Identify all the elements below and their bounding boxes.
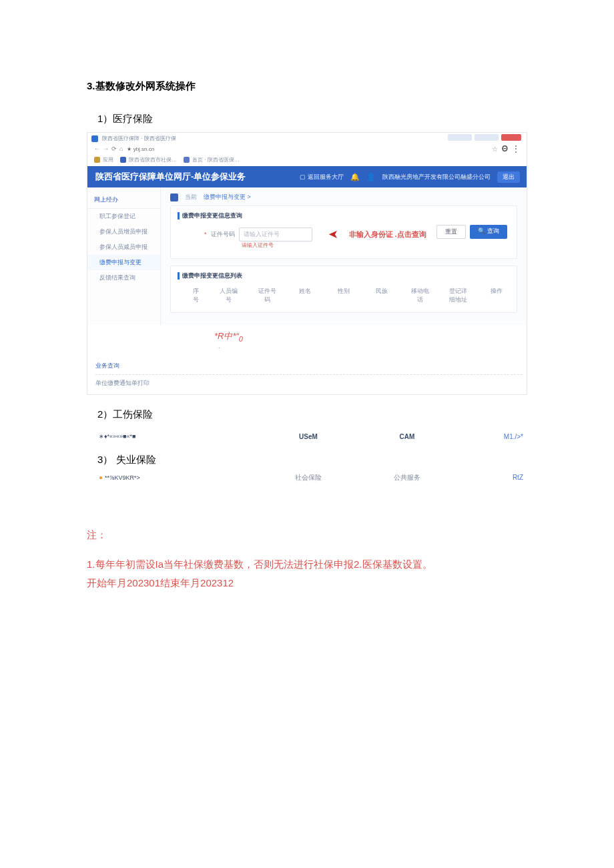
forward-icon[interactable]: → [103, 145, 109, 152]
col-header: 姓名 [296, 287, 314, 304]
bookmarks-bar: 应用 陕西省陕西市社保… 首页 · 陕西省医保… [87, 155, 527, 166]
back-hall-label: 返回服务大厅 [308, 173, 344, 180]
table-header: 序号 人员编号 证件号码 姓名 性别 民族 移动电话 登记详细地址 操作 [178, 284, 510, 308]
list-card: 缴费申报变更信息列表 序号 人员编号 证件号码 姓名 性别 民族 移动电话 登记… [170, 266, 517, 313]
subsection-1-title: 1）医疗保险 [97, 113, 527, 125]
reload-icon[interactable]: ⟳ [111, 145, 117, 152]
logo-label: **⅞KV9KR*> [105, 474, 140, 481]
bookmark-label: 陕西省陕西市社保… [129, 156, 177, 163]
nav-right: ☆ Θ ⋮ [492, 144, 520, 153]
sidebar-item[interactable]: 参保人员增员申报 [87, 224, 160, 240]
col-header: 证件号码 [258, 287, 276, 304]
nav-arrows[interactable]: ← → ⟳ ⌂ [94, 145, 123, 152]
company-name: 陕西融光房地产开发有限公司融盛分公司 [382, 173, 491, 181]
card-title: 缴费申报变更信息列表 [178, 272, 510, 284]
payment-notice-link[interactable]: 单位缴费通知单打印 [91, 376, 527, 390]
annotation-sub: 0 [239, 335, 243, 343]
annotation-main: *R中*“ [214, 331, 239, 341]
screenshot-injury: ∗♦*«»«»■«*■ USeM CAM M1./>* [87, 428, 527, 447]
nav-tab[interactable]: CAM [358, 433, 456, 440]
portal-title: 陕西省医疗保障单位网厅-单位参保业务 [95, 171, 246, 183]
breadcrumb-root: 当前 [185, 193, 197, 201]
query-button-label: 查询 [487, 228, 499, 234]
user-icon: 👤 [366, 173, 376, 181]
menu-icon[interactable]: ⋮ [512, 144, 520, 153]
bookmark-item[interactable]: 陕西省陕西市社保… [120, 156, 177, 163]
col-header: 操作 [488, 287, 506, 304]
window-controls [448, 134, 521, 141]
sidebar-item[interactable]: 职工参保登记 [87, 209, 160, 224]
button-row: 重置 🔍 查询 [436, 225, 507, 239]
nav-row: ●**⅞KV9KR*> 社会保险 公共服务 RtZ [87, 473, 527, 489]
sidebar-item-wrap: 缴费申报与变更 ➤ [87, 255, 160, 270]
breadcrumb-page[interactable]: 缴费申报与变更 > [204, 193, 251, 201]
breadcrumb-home-icon[interactable] [170, 193, 178, 201]
reset-button[interactable]: 重置 [436, 225, 466, 239]
field-error: 请输入证件号 [178, 242, 510, 249]
business-query-link[interactable]: 业务查询 [91, 359, 527, 373]
id-input[interactable]: 请输入证件号 [239, 228, 312, 242]
portal-header: 陕西省医疗保障单位网厅-单位参保业务 ▢ 返回服务大厅 🔔 👤 陕西融光房地产开… [87, 166, 527, 187]
col-header: 人员编号 [220, 287, 238, 304]
required-star-icon: * [204, 231, 207, 238]
hint-annotation: 非输入身份证 .点击查询 [349, 230, 426, 240]
breadcrumb: 当前 缴费申报与变更 > [170, 193, 517, 205]
content-area: 当前 缴费申报与变更 > 缴费申报变更信息查询 * 证件号码 请输入证件号 ➤ … [161, 187, 527, 325]
col-header: 性别 [334, 287, 352, 304]
subsection-3-title: 3） 失业保险 [97, 454, 527, 466]
section-title: 3.基数修改外网系统操作 [87, 80, 527, 93]
divider [95, 374, 523, 375]
logout-button[interactable]: 退出 [497, 171, 520, 183]
arrow-annotation-icon: ➤ [328, 227, 338, 242]
bookmark-label: 应用 [103, 156, 113, 163]
col-header: 民族 [372, 287, 390, 304]
sidebar-item[interactable]: 参保人员减员申报 [87, 240, 160, 255]
tab-favicon-icon [91, 135, 98, 142]
sidebar: 网上经办 职工参保登记 参保人员增员申报 参保人员减员申报 缴费申报与变更 ➤ … [87, 187, 161, 325]
address-bar[interactable]: ★ ybj.sn.cn [127, 146, 154, 152]
query-button[interactable]: 🔍 查询 [470, 225, 507, 239]
tab-title: 陕西省医疗保障 · 陕西省医疗保 [102, 135, 176, 142]
col-header: 序号 [192, 287, 200, 304]
subsection-2-title: 2）工伤保险 [97, 408, 527, 421]
col-header: 移动电话 [411, 287, 429, 304]
notes-title: 注： [87, 529, 527, 542]
col-header: 登记详细地址 [449, 287, 467, 304]
notes-body: 1.每年年初需设Ia当年社保缴费基数，否则无法进行社保申报2.医保基数设置。开始… [87, 555, 434, 593]
bookmark-icon [94, 157, 100, 163]
card-bar-icon [178, 212, 180, 220]
bookmark-star-icon[interactable]: ☆ [492, 145, 498, 153]
screenshot-medical: 陕西省医疗保障 · 陕西省医疗保 ← → ⟳ ⌂ ★ ybj.sn.cn ☆ Θ… [87, 132, 527, 395]
back-icon[interactable]: ← [94, 145, 100, 152]
header-right: ▢ 返回服务大厅 🔔 👤 陕西融光房地产开发有限公司融盛分公司 退出 [300, 171, 520, 183]
card-title-text: 缴费申报变更信息查询 [182, 211, 242, 220]
main-area: 网上经办 职工参保登记 参保人员增员申报 参保人员减员申报 缴费申报与变更 ➤ … [87, 187, 527, 325]
bookmark-label: 首页 · 陕西省医保… [192, 156, 240, 163]
bottom-links: 业务查询 单位缴费通知单打印 [87, 351, 527, 394]
screenshot-unemployment: ●**⅞KV9KR*> 社会保险 公共服务 RtZ [87, 473, 527, 489]
card-title: 缴费申报变更信息查询 [178, 211, 510, 224]
card-bar-icon [178, 272, 180, 280]
query-card: 缴费申报变更信息查询 * 证件号码 请输入证件号 ➤ 非输入身份证 .点击查询 … [170, 205, 517, 259]
logo-dot-icon: ● [99, 474, 103, 481]
home-icon[interactable]: ⌂ [119, 145, 123, 152]
win-control [475, 134, 499, 141]
bell-icon[interactable]: 🔔 [350, 173, 360, 181]
profile-icon[interactable]: Θ [502, 144, 508, 153]
back-hall-link[interactable]: ▢ 返回服务大厅 [300, 173, 344, 181]
logo-text: ∗♦*«»«»■«*■ [99, 433, 259, 440]
annotation-text: *R中*“0 · [87, 325, 527, 351]
bookmark-item[interactable]: 首页 · 陕西省医保… [184, 156, 240, 163]
nav-tab[interactable]: 社会保险 [259, 473, 358, 482]
nav-right-text: RtZ [456, 474, 523, 481]
logo-text: ●**⅞KV9KR*> [99, 474, 259, 481]
sidebar-item[interactable]: 反馈结果查询 [87, 270, 160, 286]
bookmark-item[interactable]: 应用 [94, 156, 113, 163]
field-label: 证件号码 [211, 230, 235, 239]
nav-tab[interactable]: 公共服务 [358, 473, 456, 482]
browser-nav-bar: ← → ⟳ ⌂ ★ ybj.sn.cn ☆ Θ ⋮ [87, 144, 527, 155]
nav-tab[interactable]: USeM [259, 433, 358, 440]
sidebar-item-active[interactable]: 缴费申报与变更 [87, 255, 160, 270]
win-control [448, 134, 472, 141]
bookmark-icon [184, 157, 190, 163]
